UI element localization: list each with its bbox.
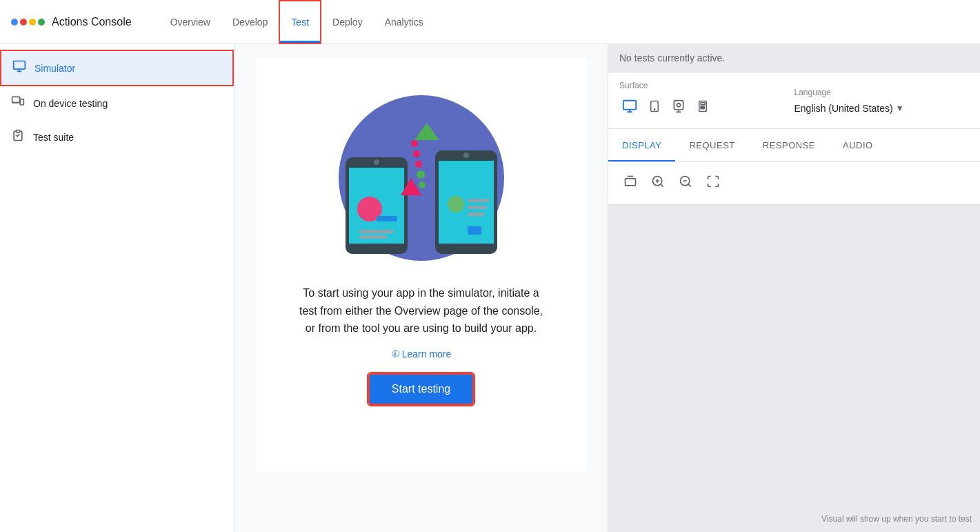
svg-point-29: [654, 109, 655, 110]
zoom-in-button[interactable]: [647, 170, 669, 196]
svg-rect-19: [468, 226, 481, 235]
nav-develop[interactable]: Develop: [221, 0, 279, 44]
svg-rect-34: [701, 106, 702, 108]
clipboard-check-icon: [11, 128, 25, 146]
svg-rect-17: [468, 206, 487, 209]
svg-rect-2: [20, 99, 23, 105]
monitor-icon: [12, 59, 26, 77]
surface-phone-button[interactable]: [646, 96, 663, 120]
app-title: Actions Console: [52, 16, 132, 28]
sidebar-test-suite-label: Test suite: [33, 132, 74, 143]
info-icon: 🛈: [391, 349, 399, 359]
surface-monitor-button[interactable]: [619, 96, 640, 120]
phone-laptop-icon: [11, 95, 25, 112]
google-dots: [11, 19, 45, 26]
main-content: To start using your app in the simulator…: [234, 44, 608, 532]
app-logo: Actions Console: [11, 16, 132, 28]
svg-point-23: [417, 170, 425, 179]
surface-lang-row: Surface: [608, 72, 980, 129]
surface-speaker-button[interactable]: [669, 96, 688, 120]
svg-rect-0: [14, 61, 26, 70]
svg-rect-35: [703, 106, 704, 108]
sidebar-on-device-label: On device testing: [33, 98, 108, 109]
svg-rect-1: [12, 97, 20, 102]
chevron-down-icon: ▼: [896, 104, 904, 113]
svg-rect-18: [468, 213, 484, 216]
fit-screen-button[interactable]: [619, 170, 641, 196]
nav-analytics[interactable]: Analytics: [374, 0, 434, 44]
language-select[interactable]: English (United States) ▼: [794, 103, 970, 114]
svg-point-22: [415, 161, 422, 168]
nav-deploy[interactable]: Deploy: [321, 0, 374, 44]
topnav: Actions Console Overview Develop Test De…: [0, 0, 980, 44]
fullscreen-button[interactable]: [702, 170, 724, 196]
display-tabs: DISPLAY REQUEST RESPONSE AUDIO: [608, 129, 980, 162]
tab-display[interactable]: DISPLAY: [608, 129, 675, 161]
simulator-card: To start using your app in the simulator…: [256, 58, 587, 472]
svg-point-14: [463, 152, 469, 158]
surface-icons: [619, 96, 794, 120]
svg-point-20: [411, 140, 418, 147]
surface-feature-phone-button[interactable]: [694, 96, 712, 120]
right-panel: No tests currently active. Surface: [608, 44, 980, 532]
svg-point-15: [448, 196, 464, 213]
zoom-out-button[interactable]: [674, 170, 697, 196]
sidebar-item-on-device[interactable]: On device testing: [0, 86, 234, 120]
no-tests-label: No tests currently active.: [619, 52, 725, 63]
nav-overview[interactable]: Overview: [159, 0, 221, 44]
display-toolbar: [608, 162, 980, 205]
app-body: Simulator On device testing Test suite: [0, 44, 980, 532]
svg-rect-10: [359, 230, 394, 233]
no-tests-banner: No tests currently active.: [608, 44, 980, 72]
surface-section: Surface: [619, 81, 794, 120]
svg-point-7: [374, 159, 379, 165]
sidebar-simulator-label: Simulator: [34, 63, 75, 74]
nav-test[interactable]: Test: [279, 0, 321, 44]
dot-green: [38, 19, 45, 26]
svg-point-21: [413, 150, 420, 157]
svg-rect-3: [17, 130, 20, 132]
tab-request[interactable]: REQUEST: [675, 129, 748, 161]
svg-rect-30: [674, 101, 683, 110]
start-testing-button[interactable]: Start testing: [368, 373, 474, 405]
svg-rect-36: [701, 108, 702, 109]
svg-rect-33: [701, 103, 705, 105]
display-area: Visual will show up when you start to te…: [608, 205, 980, 532]
tab-response[interactable]: RESPONSE: [749, 129, 829, 161]
svg-rect-16: [468, 199, 490, 202]
svg-point-31: [677, 104, 681, 107]
svg-rect-38: [626, 179, 636, 186]
simulator-illustration: [325, 75, 518, 268]
svg-rect-37: [703, 108, 704, 109]
svg-rect-9: [377, 216, 397, 221]
tab-audio[interactable]: AUDIO: [829, 129, 887, 161]
svg-point-24: [419, 181, 426, 188]
sidebar: Simulator On device testing Test suite: [0, 44, 234, 532]
visual-hint: Visual will show up when you start to te…: [821, 514, 972, 524]
surface-label: Surface: [619, 81, 794, 90]
learn-more-label: Learn more: [402, 348, 452, 359]
language-label: Language: [794, 88, 970, 97]
dot-yellow: [29, 19, 36, 26]
dot-blue: [11, 19, 18, 26]
svg-rect-27: [623, 101, 636, 110]
learn-more-link[interactable]: 🛈 Learn more: [391, 348, 452, 359]
nav-links: Overview Develop Test Deploy Analytics: [159, 0, 434, 44]
svg-rect-11: [359, 235, 387, 239]
language-section: Language English (United States) ▼: [794, 88, 970, 114]
language-value: English (United States): [794, 103, 893, 114]
dot-red: [20, 19, 27, 26]
simulator-description: To start using your app in the simulator…: [297, 284, 546, 337]
sidebar-item-simulator[interactable]: Simulator: [0, 50, 234, 86]
sidebar-item-test-suite[interactable]: Test suite: [0, 120, 234, 154]
